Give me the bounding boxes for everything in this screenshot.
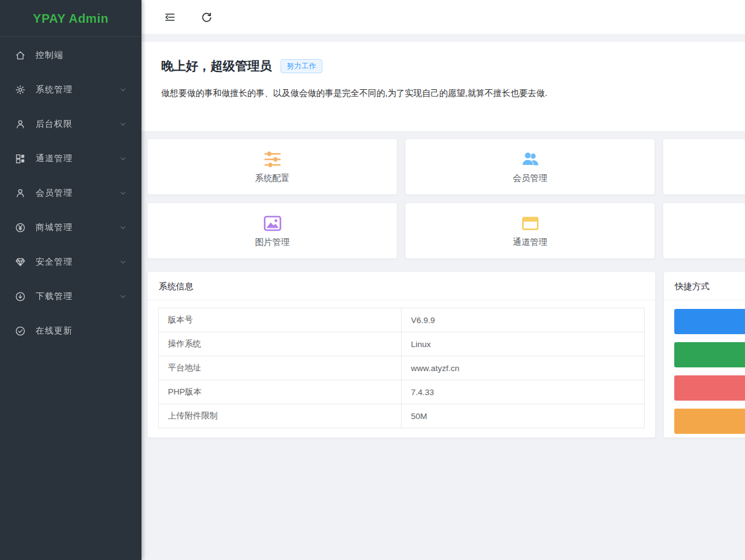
greeting-title: 晚上好，超级管理员 (161, 58, 272, 74)
info-label: 版本号 (159, 308, 402, 332)
yen-circle-icon (15, 222, 26, 233)
sidebar-item-label: 系统管理 (36, 84, 73, 95)
sidebar-item-mall[interactable]: 商城管理 (0, 210, 141, 245)
sidebar-item-label: 控制端 (36, 50, 63, 61)
greeting-badge: 努力工作 (281, 59, 322, 73)
info-label: 操作系统 (159, 332, 402, 356)
table-row: PHP版本 7.4.33 (159, 380, 645, 404)
table-row: 上传附件限制 50M (159, 404, 645, 428)
card-system-config[interactable]: 系统配置 (148, 139, 397, 194)
card-empty[interactable] (663, 203, 745, 258)
table-row: 平台地址 www.atyzf.cn (159, 356, 645, 380)
sidebar-item-label: 下载管理 (36, 291, 73, 302)
chevron-down-icon (119, 86, 127, 94)
info-value: 50M (402, 404, 645, 428)
cards-row-2: 图片管理 通道管理 (148, 203, 745, 258)
panels-row: 系统信息 版本号 V6.9.9 操作系统 Linux 平台地址 (148, 272, 745, 438)
system-info-table: 版本号 V6.9.9 操作系统 Linux 平台地址 www.atyzf.cn (158, 308, 645, 428)
sidebar-item-online-update[interactable]: 在线更新 (0, 314, 141, 348)
card-images[interactable]: 图片管理 (148, 203, 397, 258)
table-row: 版本号 V6.9.9 (159, 308, 645, 332)
cards-row-1: 系统配置 会员管理 (148, 139, 745, 194)
sidebar-item-admin-perms[interactable]: 后台权限 (0, 107, 141, 142)
sidebar: YPAY Admin 控制端 系统管理 后台权限 通道管理 会员管理 (0, 0, 141, 560)
chevron-down-icon (119, 121, 127, 128)
main-content: 晚上好，超级管理员 努力工作 做想要做的事和做擅长的事、以及做会做的事是完全不同… (141, 42, 745, 438)
info-value: V6.9.9 (402, 308, 645, 332)
gear-icon (15, 84, 26, 95)
user-icon (15, 119, 26, 130)
chevron-down-icon (119, 258, 127, 266)
sidebar-item-security[interactable]: 安全管理 (0, 245, 141, 279)
card-label: 通道管理 (513, 237, 548, 248)
card-channels[interactable]: 通道管理 (405, 203, 655, 258)
card-empty[interactable] (663, 139, 745, 194)
app-logo: YPAY Admin (0, 0, 141, 37)
quick-link-red[interactable] (674, 375, 745, 401)
system-info-panel: 系统信息 版本号 V6.9.9 操作系统 Linux 平台地址 (148, 272, 655, 438)
sidebar-item-dashboard[interactable]: 控制端 (0, 38, 141, 73)
chevron-down-icon (119, 190, 127, 197)
table-row: 操作系统 Linux (159, 332, 645, 356)
info-value: 7.4.33 (402, 380, 645, 404)
sidebar-item-downloads[interactable]: 下载管理 (0, 279, 141, 314)
system-info-title: 系统信息 (148, 272, 655, 300)
quick-links-panel: 快捷方式 (664, 272, 745, 438)
sidebar-item-label: 后台权限 (36, 119, 73, 130)
info-value: Linux (402, 332, 645, 356)
image-icon (263, 214, 282, 233)
sliders-icon (263, 150, 282, 169)
user-icon (15, 188, 26, 199)
circle-check-icon (15, 326, 26, 337)
info-value: www.atyzf.cn (402, 356, 645, 380)
topbar (141, 0, 745, 34)
info-label: 平台地址 (159, 356, 402, 380)
grid-icon (15, 153, 26, 164)
sidebar-item-channels[interactable]: 通道管理 (0, 142, 141, 176)
info-label: PHP版本 (159, 380, 402, 404)
quick-link-blue[interactable] (674, 309, 745, 334)
quick-link-orange[interactable] (674, 409, 745, 434)
chevron-down-icon (119, 224, 127, 231)
home-icon (15, 50, 26, 61)
quick-links-title: 快捷方式 (664, 272, 745, 300)
users-icon (521, 150, 540, 169)
card-label: 图片管理 (255, 237, 290, 248)
collapse-sidebar-button[interactable] (164, 11, 176, 23)
quick-link-green[interactable] (674, 342, 745, 367)
fold-menu-icon (164, 11, 176, 23)
card-members[interactable]: 会员管理 (405, 139, 655, 194)
card-label: 系统配置 (255, 173, 290, 184)
sidebar-item-members[interactable]: 会员管理 (0, 176, 141, 210)
sidebar-item-label: 在线更新 (36, 326, 73, 337)
sidebar-item-system[interactable]: 系统管理 (0, 73, 141, 107)
chevron-down-icon (119, 293, 127, 300)
sidebar-menu: 控制端 系统管理 后台权限 通道管理 会员管理 商城管理 (0, 37, 141, 348)
card-label: 会员管理 (513, 173, 548, 184)
sidebar-item-label: 安全管理 (36, 257, 73, 268)
greeting-quote: 做想要做的事和做擅长的事、以及做会做的事是完全不同的,为了实现自己的愿望,就算不… (161, 88, 745, 99)
sidebar-item-label: 商城管理 (36, 222, 73, 233)
refresh-icon (201, 11, 213, 23)
greeting-panel: 晚上好，超级管理员 努力工作 做想要做的事和做擅长的事、以及做会做的事是完全不同… (141, 42, 745, 131)
sidebar-item-label: 会员管理 (36, 188, 73, 199)
chevron-down-icon (119, 155, 127, 162)
info-label: 上传附件限制 (159, 404, 402, 428)
download-icon (15, 291, 26, 302)
sidebar-item-label: 通道管理 (36, 153, 73, 164)
refresh-button[interactable] (201, 11, 213, 23)
gem-icon (15, 257, 26, 268)
window-icon (521, 214, 540, 233)
